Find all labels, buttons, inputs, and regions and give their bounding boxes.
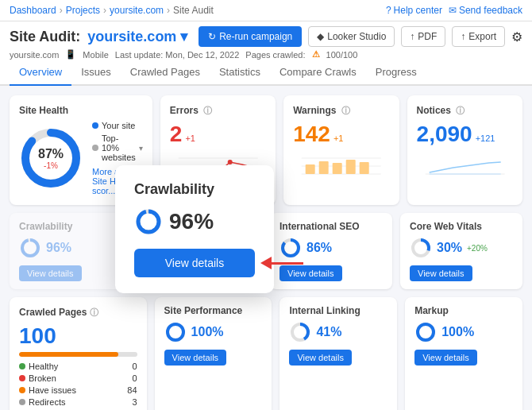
notices-info-icon[interactable]: ⓘ	[456, 106, 465, 115]
arrow-indicator	[260, 257, 303, 269]
breadcrumb-dashboard[interactable]: Dashboard	[10, 5, 56, 16]
core-web-vitals-card: Core Web Vitals 30% +20% View details	[400, 213, 522, 289]
rerun-campaign-button[interactable]: ↻ Re-run campaign	[199, 26, 302, 47]
popup-donut	[134, 207, 163, 236]
site-performance-metric: 100%	[164, 321, 263, 343]
domain-link[interactable]: yoursite.com ▾	[87, 29, 187, 44]
notices-title: Notices ⓘ	[417, 105, 513, 117]
export-icon: ↑	[461, 31, 465, 42]
breadcrumb-projects[interactable]: Projects	[66, 5, 100, 16]
legend-healthy: Healthy 0	[19, 362, 137, 371]
internal-linking-view-details[interactable]: View details	[289, 350, 352, 366]
crawled-pages-info-icon[interactable]: ⓘ	[90, 308, 98, 317]
core-web-vitals-view-details[interactable]: View details	[410, 265, 472, 281]
core-web-vitals-change: +20%	[467, 244, 488, 253]
popup-percent: 96%	[169, 209, 214, 234]
warnings-number: 142	[293, 122, 330, 147]
crawled-pages-card: Crawled Pages ⓘ 100 Healthy 0	[10, 297, 147, 410]
internal-linking-percent: 41%	[316, 325, 341, 339]
tab-progress[interactable]: Progress	[366, 60, 426, 86]
markup-percent: 100%	[441, 325, 474, 339]
site-performance-percent: 100%	[191, 325, 224, 339]
nav-tabs: Overview Issues Crawled Pages Statistics…	[0, 60, 532, 86]
arrow-head	[260, 257, 272, 269]
top-bar-actions: ? Help center ✉ Send feedback	[386, 5, 522, 16]
svg-point-5	[228, 160, 233, 164]
top10-dropdown-icon: ▾	[139, 144, 143, 153]
markup-title: Markup	[414, 305, 513, 316]
title-actions: ↻ Re-run campaign ◆ Looker Studio ↑ PDF …	[199, 26, 522, 47]
warnings-info-icon[interactable]: ⓘ	[341, 106, 350, 115]
errors-number: 2	[170, 122, 183, 147]
site-performance-view-details[interactable]: View details	[164, 350, 227, 366]
legend-broken: Broken 0	[19, 373, 137, 383]
looker-studio-button[interactable]: ◆ Looker Studio	[308, 26, 395, 47]
settings-icon[interactable]: ⚙	[511, 29, 522, 44]
crawlability-view-details[interactable]: View details	[19, 265, 82, 281]
popup-title: Crawlability	[134, 181, 255, 198]
feedback-icon: ✉	[449, 5, 457, 16]
arrow-line	[272, 262, 303, 265]
notices-number: 2,090	[417, 122, 472, 147]
svg-point-30	[138, 211, 159, 232]
core-web-vitals-title: Core Web Vitals	[410, 221, 513, 232]
legend-top10[interactable]: Top-10% websites ▾	[92, 133, 143, 162]
health-percent: 87%	[38, 147, 64, 161]
breadcrumb-current: Site Audit	[173, 5, 214, 16]
core-web-vitals-metric: 30% +20%	[410, 237, 513, 259]
legend-your-site[interactable]: Your site	[92, 121, 143, 130]
site-performance-title: Site Performance	[164, 305, 263, 316]
subtitle-pages-label: Pages crawled:	[245, 50, 305, 60]
svg-point-16	[22, 240, 38, 256]
svg-rect-11	[333, 163, 342, 174]
looker-icon: ◆	[317, 31, 324, 42]
popup-view-details-button[interactable]: View details	[134, 249, 255, 277]
help-center-link[interactable]: ? Help center	[386, 5, 442, 16]
crawlability-card: Crawlability 96% View details	[10, 213, 132, 289]
cards-row-3: Crawled Pages ⓘ 100 Healthy 0	[10, 297, 522, 410]
pdf-button[interactable]: ↑ PDF	[401, 26, 445, 47]
internal-linking-metric: 41%	[289, 321, 387, 343]
errors-info-icon[interactable]: ⓘ	[203, 106, 212, 115]
subtitle-update: Last update: Mon, Dec 12, 2022	[115, 50, 240, 60]
svg-point-24	[168, 324, 183, 340]
send-feedback-link[interactable]: ✉ Send feedback	[449, 5, 522, 16]
intl-seo-metric: 86%	[279, 237, 383, 259]
health-donut-chart: 87% -1%	[19, 126, 83, 190]
crawlability-metric: 96%	[19, 237, 122, 259]
warnings-change: +1	[333, 133, 344, 143]
legend-redirects: Redirects 3	[19, 397, 137, 407]
breadcrumb: Dashboard › Projects › yoursite.com › Si…	[10, 5, 214, 16]
markup-card: Markup 100% View details	[405, 297, 522, 410]
warnings-chart	[293, 150, 389, 182]
svg-rect-10	[319, 161, 329, 174]
warnings-title: Warnings ⓘ	[293, 105, 389, 117]
intl-seo-card: International SEO 86% View details	[270, 213, 392, 289]
pdf-icon: ↑	[410, 31, 414, 42]
subtitle-pages-count: 100/100	[326, 50, 358, 60]
tab-overview[interactable]: Overview	[10, 60, 71, 86]
tab-issues[interactable]: Issues	[71, 60, 121, 86]
legend-have-issues: Have issues 84	[19, 385, 137, 395]
markup-view-details[interactable]: View details	[414, 350, 477, 366]
svg-rect-12	[346, 160, 356, 174]
tab-compare-crawls[interactable]: Compare Crawls	[270, 60, 366, 86]
page-title: Site Audit: yoursite.com ▾	[10, 28, 187, 45]
svg-rect-13	[360, 162, 369, 174]
errors-title: Errors ⓘ	[170, 105, 266, 117]
crawlability-percent: 96%	[46, 241, 71, 255]
export-button[interactable]: ↑ Export	[452, 26, 505, 47]
crawlability-title: Crawlability	[19, 221, 122, 232]
pages-warning-icon: ⚠	[312, 49, 320, 60]
crawled-pages-number: 100	[19, 323, 56, 348]
markup-metric: 100%	[414, 321, 513, 343]
core-web-vitals-percent: 30%	[437, 241, 462, 255]
tab-statistics[interactable]: Statistics	[210, 60, 270, 86]
refresh-icon: ↻	[208, 31, 216, 42]
intl-seo-percent: 86%	[306, 241, 332, 255]
tab-crawled-pages[interactable]: Crawled Pages	[121, 60, 210, 86]
breadcrumb-domain[interactable]: yoursite.com	[110, 5, 164, 16]
notices-card: Notices ⓘ 2,090 +121	[407, 95, 522, 205]
notices-change: +121	[476, 133, 495, 143]
internal-linking-card: Internal Linking 41% View details	[279, 297, 397, 410]
